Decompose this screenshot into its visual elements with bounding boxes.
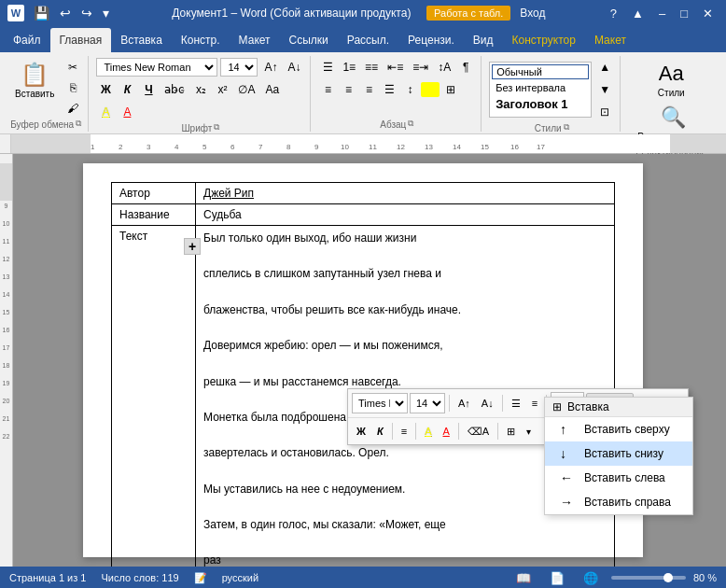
ctx-insert-right[interactable]: → Вставить справа <box>545 490 692 514</box>
line-spacing-btn[interactable]: ↕ <box>400 80 419 99</box>
tab-file[interactable]: Файл <box>4 28 50 52</box>
close-btn[interactable]: ✕ <box>697 5 719 22</box>
styles-expand-icon[interactable]: ⧉ <box>564 122 569 133</box>
maximize-btn[interactable]: □ <box>675 5 693 22</box>
float-bullets-btn[interactable]: ☰ <box>507 393 525 413</box>
float-border-btn[interactable]: ⊞ <box>502 421 520 441</box>
tab-mailings[interactable]: Рассыл. <box>338 28 398 52</box>
float-decrease-font-btn[interactable]: A↓ <box>477 393 498 413</box>
style-heading1[interactable]: Заголовок 1 <box>492 96 589 112</box>
minimize-btn[interactable]: – <box>653 5 671 22</box>
float-bold-btn[interactable]: Ж <box>352 421 370 441</box>
paragraph-expand-icon[interactable]: ⧉ <box>408 119 413 129</box>
undo-quick-btn[interactable]: ↩ <box>56 4 75 22</box>
styles-scroll-up-btn[interactable]: ▲ <box>595 58 614 77</box>
tab-review[interactable]: Рецензи. <box>398 28 464 52</box>
float-font-color-btn[interactable]: A <box>438 421 454 441</box>
ruler-center: 1 2 3 4 5 6 7 8 9 10 11 12 13 14 15 16 1… <box>91 134 670 153</box>
format-painter-button[interactable]: 🖌 <box>63 99 82 118</box>
ribbon-toggle-btn[interactable]: ▲ <box>626 5 649 22</box>
styles-expand-btn[interactable]: ⊡ <box>595 103 614 121</box>
clipboard-expand-icon[interactable]: ⧉ <box>76 119 81 129</box>
tab-design[interactable]: Констр. <box>172 28 230 52</box>
justify-btn[interactable]: ☰ <box>380 80 398 99</box>
tab-layout[interactable]: Макет <box>230 28 280 52</box>
border-btn[interactable]: ⊞ <box>441 80 460 99</box>
read-mode-btn[interactable]: 📖 <box>510 569 537 587</box>
cut-button[interactable]: ✂ <box>63 58 82 77</box>
styles-scroll-down-btn[interactable]: ▼ <box>595 80 614 99</box>
paragraph-group: ☰ 1≡ ≡≡ ⇤≡ ≡⇥ ↕A ¶ ≡ ≡ ≡ ☰ ↕ ⊞ Абзац ⧉ <box>313 56 482 132</box>
text-case-btn[interactable]: Aa <box>261 80 283 99</box>
font-name-select[interactable]: Times New Roman <box>96 58 217 77</box>
strikethrough-btn[interactable]: a̵b̵c̵ <box>161 80 188 99</box>
tab-home[interactable]: Главная <box>50 28 112 52</box>
paste-button[interactable]: 📋 Вставить <box>9 58 60 103</box>
multilevel-list-btn[interactable]: ≡≡ <box>361 58 382 77</box>
decrease-indent-btn[interactable]: ⇤≡ <box>384 58 407 77</box>
sign-in-btn[interactable]: Вход <box>520 7 545 20</box>
help-btn[interactable]: ? <box>605 5 622 22</box>
bullets-btn[interactable]: ☰ <box>318 58 337 77</box>
context-menu: ⊞ Вставка ↑ Вставить сверху ↓ Вставить с… <box>544 397 693 515</box>
decrease-font-btn[interactable]: A↓ <box>284 58 304 77</box>
ctx-insert-above[interactable]: ↑ Вставить сверху <box>545 417 692 441</box>
ctx-insert-left[interactable]: ← Вставить слева <box>545 466 692 490</box>
show-marks-btn[interactable]: ¶ <box>456 58 475 77</box>
align-right-btn[interactable]: ≡ <box>359 80 378 99</box>
insert-below-icon: ↓ <box>560 446 577 461</box>
style-no-spacing[interactable]: Без интервала <box>492 81 589 94</box>
customize-quick-btn[interactable]: ▾ <box>99 4 113 22</box>
zoom-slider[interactable] <box>611 576 686 580</box>
bold-button[interactable]: Ж <box>96 80 115 99</box>
italic-button[interactable]: К <box>118 80 136 99</box>
font-color-btn[interactable]: A <box>118 103 136 121</box>
float-align-btn[interactable]: ≡ <box>397 421 412 441</box>
print-layout-btn[interactable]: 📄 <box>544 569 570 587</box>
underline-button[interactable]: Ч <box>139 80 158 99</box>
float-font-select[interactable]: Times Ne... <box>352 393 408 413</box>
font-expand-icon[interactable]: ⧉ <box>214 122 219 133</box>
table-cell-author-value[interactable]: Джей Рип <box>196 183 615 204</box>
float-size-select[interactable]: 14 <box>410 393 445 413</box>
tab-insert[interactable]: Вставка <box>111 28 172 52</box>
font-size-select[interactable]: 14 <box>220 58 258 77</box>
copy-button[interactable]: ⎘ <box>63 78 82 97</box>
float-italic-btn[interactable]: К <box>372 421 388 441</box>
float-numbering-btn[interactable]: ≡ <box>527 393 542 413</box>
shading-btn[interactable] <box>421 82 440 97</box>
clear-format-btn[interactable]: ∅A <box>234 80 258 99</box>
ctx-insert-above-label: Вставить сверху <box>584 423 670 436</box>
align-left-btn[interactable]: ≡ <box>318 80 337 99</box>
sort-btn[interactable]: ↕A <box>434 58 454 77</box>
float-increase-font-btn[interactable]: A↑ <box>454 393 475 413</box>
tab-table-layout[interactable]: Макет <box>585 28 635 52</box>
increase-indent-btn[interactable]: ≡⇥ <box>409 58 432 77</box>
tab-table-design[interactable]: Конструктор <box>503 28 585 52</box>
table-cell-title-value[interactable]: Судьба <box>196 204 615 226</box>
styles-pane-btn[interactable]: Aa Стили <box>652 58 691 102</box>
font-content: Times New Roman 14 A↑ A↓ Ж К Ч a̵b̵c̵ x₂… <box>96 58 304 121</box>
web-view-btn[interactable]: 🌐 <box>578 569 604 587</box>
save-quick-btn[interactable]: 💾 <box>30 4 53 22</box>
tab-view[interactable]: Вид <box>464 28 503 52</box>
table-tools-label: Работа с табл. <box>426 6 510 21</box>
float-highlight-btn[interactable]: A <box>420 421 436 441</box>
title-bar: W 💾 ↩ ↪ ▾ Документ1 – Word (Сбой активац… <box>0 0 726 26</box>
ctx-insert-below[interactable]: ↓ Вставить снизу <box>545 441 692 466</box>
superscript-btn[interactable]: x² <box>213 80 231 99</box>
styles-label-row: Стили ⧉ <box>489 121 614 133</box>
align-center-btn[interactable]: ≡ <box>339 80 357 99</box>
increase-font-btn[interactable]: A↑ <box>260 58 281 77</box>
style-normal[interactable]: Обычный <box>492 64 589 79</box>
author-link[interactable]: Джей Рип <box>203 187 254 200</box>
redo-quick-btn[interactable]: ↪ <box>77 4 96 22</box>
float-erase-btn[interactable]: ⌫A <box>463 421 494 441</box>
zoom-slider-thumb[interactable] <box>663 573 673 582</box>
subscript-btn[interactable]: x₂ <box>191 80 210 99</box>
table-add-row-btn[interactable]: + <box>184 238 201 255</box>
numbering-btn[interactable]: 1≡ <box>339 58 359 77</box>
highlight-color-btn[interactable]: A <box>96 103 115 121</box>
float-border-dropdown-btn[interactable]: ▾ <box>522 421 536 441</box>
tab-refs[interactable]: Ссылки <box>280 28 338 52</box>
